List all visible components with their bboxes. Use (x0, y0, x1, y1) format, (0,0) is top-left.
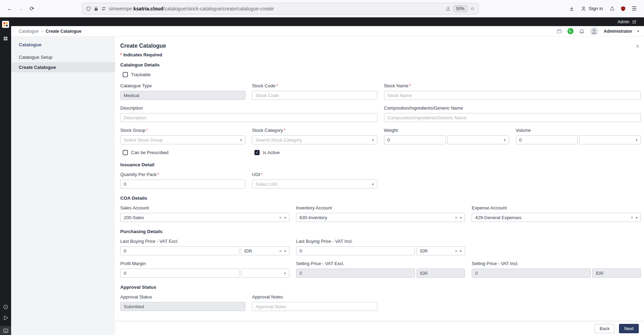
weight-unit-select[interactable]: ▾ (447, 135, 509, 144)
last-buying-incl-currency-select[interactable]: IDR × ▾ (416, 246, 465, 255)
field-inventory-account: Inventory Account 630-Inventory × ▾ (296, 205, 465, 222)
selling-excl-input (296, 269, 415, 278)
whatsapp-icon[interactable] (567, 28, 574, 34)
stock-category-label: Stock Category* (252, 128, 377, 133)
stock-name-input[interactable] (384, 91, 641, 100)
chevron-down-icon: ▾ (460, 216, 462, 220)
field-approval-notes: Approval Notes (252, 294, 377, 311)
last-buying-excl-input[interactable] (120, 246, 239, 255)
close-icon[interactable]: × (634, 43, 641, 49)
breadcrumb-create-catalogue: Create Catalogue (46, 29, 81, 34)
currency-value: IDR (244, 248, 277, 254)
permissions-icon[interactable] (101, 6, 106, 11)
avatar[interactable] (590, 27, 598, 35)
url-subdomain: simwempe. (109, 6, 133, 11)
required-asterisk: * (120, 53, 122, 57)
checkbox-icon[interactable] (123, 72, 128, 77)
last-buying-excl-currency-select[interactable]: IDR × ▾ (241, 246, 290, 255)
keyboard-widget-icon[interactable] (0, 326, 11, 335)
bell-icon[interactable] (579, 28, 585, 34)
field-sales-account: Sales Account 200-Sales × ▾ (120, 205, 290, 222)
calendar-icon[interactable] (556, 29, 562, 34)
chevron-down-icon: ▾ (504, 138, 506, 142)
logout-icon[interactable] (3, 315, 8, 320)
browser-reload-button[interactable]: ⟳ (26, 3, 38, 14)
url-text: simwempe.ksatria.cloud/catalogue/stock-c… (109, 6, 443, 11)
last-buying-incl-input[interactable] (296, 246, 415, 255)
stock-group-select[interactable]: Select Stock Group ▾ (120, 135, 245, 144)
is-active-label: Is Active (263, 150, 279, 155)
sales-account-select[interactable]: 200-Sales × ▾ (120, 213, 290, 222)
lock-icon[interactable] (94, 6, 98, 11)
weight-input[interactable] (384, 135, 446, 144)
stock-category-placeholder: Search Stock Category (255, 137, 369, 143)
profit-margin-unit-select[interactable]: ▾ (241, 269, 290, 278)
weight-label: Weight (384, 128, 509, 133)
chevron-down-icon[interactable]: ▾ (637, 29, 639, 33)
help-icon[interactable] (3, 304, 8, 310)
checkbox-checked-icon[interactable]: ✓ (254, 150, 260, 155)
quantity-per-pack-input[interactable] (120, 180, 245, 189)
checkbox-icon[interactable] (123, 150, 128, 155)
breadcrumb-catalogue[interactable]: Catalogue (19, 29, 39, 34)
volume-unit-select[interactable]: ▾ (579, 135, 641, 144)
save-page-icon[interactable] (446, 6, 451, 11)
approval-notes-input[interactable] (252, 302, 377, 311)
stock-category-select[interactable]: Search Stock Category ▾ (252, 135, 377, 144)
form-content: Create Catalogue × * Indicates Required … (115, 37, 644, 311)
can-be-prescribed-checkbox[interactable]: Can be Prescribed (120, 150, 245, 155)
browser-back-button[interactable]: ← (4, 3, 15, 14)
clear-icon[interactable]: × (630, 215, 633, 220)
clear-icon[interactable]: × (279, 215, 282, 220)
hamburger-icon: ☰ (632, 5, 637, 12)
page-title: Create Catalogue (120, 43, 166, 49)
stock-code-input[interactable] (252, 91, 377, 100)
sales-account-value: 200-Sales (124, 215, 277, 220)
selling-incl-input (472, 269, 591, 278)
share-button[interactable] (606, 3, 618, 14)
browser-toolbar: ← → ⟳ simwempe.ksatria.cloud/catalogue/s… (0, 0, 644, 17)
is-active-checkbox[interactable]: ✓ Is Active (252, 150, 377, 155)
address-bar[interactable]: simwempe.ksatria.cloud/catalogue/stock-c… (82, 3, 479, 15)
user-menu-administrator[interactable]: Administrator (604, 29, 632, 34)
sidebar-item-catalogue-setup[interactable]: Catalogue Setup (11, 52, 115, 62)
tracking-shield-icon[interactable] (86, 6, 91, 11)
sales-account-label: Sales Account (120, 205, 290, 210)
expense-account-select[interactable]: 429-General Expenses × ▾ (472, 213, 641, 222)
catalogue-type-label: Catalogue Type (120, 83, 245, 88)
clear-icon[interactable]: × (455, 248, 458, 254)
selling-incl-label: Selling Price - VAT Incl. (472, 261, 641, 266)
downloads-button[interactable] (566, 3, 577, 14)
chevron-down-icon: ▾ (460, 249, 462, 253)
inventory-account-select[interactable]: 630-Inventory × ▾ (296, 213, 465, 222)
ublock-extension-icon[interactable] (618, 3, 629, 14)
account-person-icon (581, 6, 586, 11)
description-label: Description (120, 105, 377, 111)
menu-button[interactable]: ☰ (629, 3, 640, 14)
next-button[interactable]: Next (619, 324, 639, 333)
required-asterisk: * (409, 83, 411, 88)
app-topbar: Admin (11, 17, 644, 26)
profit-margin-input[interactable] (120, 269, 239, 278)
uoi-select[interactable]: Select UOI ▾ (252, 180, 377, 189)
form-footer: Back Next (115, 322, 644, 335)
open-external-icon[interactable] (632, 20, 636, 24)
section-purchasing-details: Purchasing Details (120, 229, 641, 234)
browser-forward-button[interactable]: → (15, 3, 26, 14)
description-input[interactable] (120, 113, 377, 122)
bookmark-star-icon[interactable]: ☆ (470, 6, 475, 12)
back-button[interactable]: Back (595, 324, 614, 333)
selling-incl-currency: IDR (592, 269, 641, 278)
clear-icon[interactable]: × (455, 215, 458, 220)
signin-button[interactable]: Sign in (577, 4, 606, 14)
app-logo[interactable] (2, 21, 9, 28)
chevron-down-icon: ▾ (372, 138, 374, 142)
composition-input[interactable] (384, 113, 641, 122)
sidebar-item-create-catalogue[interactable]: Create Catalogue (11, 62, 115, 72)
trackable-checkbox[interactable]: Trackable (120, 72, 641, 77)
clear-icon[interactable]: × (279, 248, 282, 254)
volume-input[interactable] (516, 135, 578, 144)
apps-grid-icon[interactable] (3, 36, 8, 41)
main-panel: Create Catalogue × * Indicates Required … (115, 37, 644, 335)
zoom-level-badge[interactable]: 50% (454, 5, 467, 12)
